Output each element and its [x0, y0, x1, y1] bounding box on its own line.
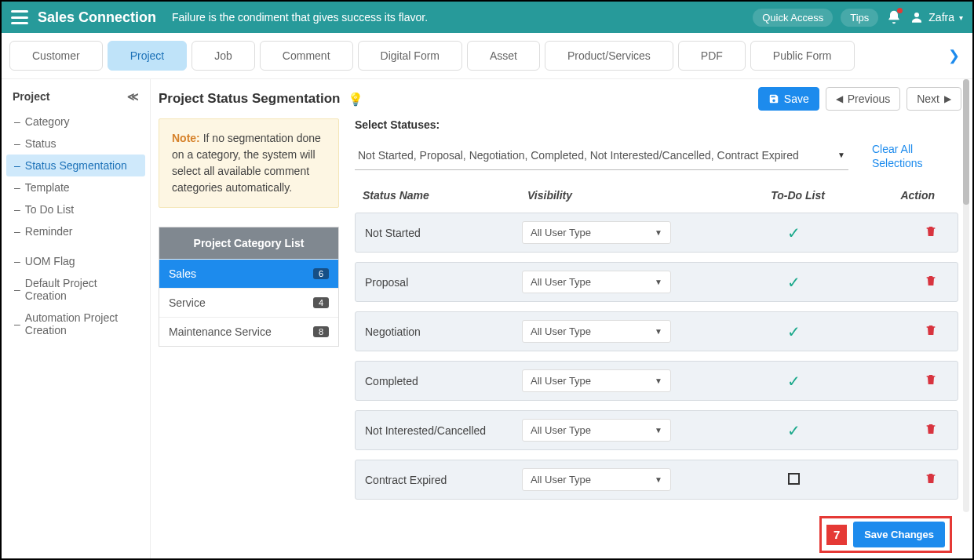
- vertical-scrollbar[interactable]: [963, 79, 969, 512]
- check-icon[interactable]: ✓: [787, 274, 801, 291]
- sidebar-item-default-project-creation[interactable]: –Default Project Creation: [6, 272, 145, 307]
- next-button[interactable]: Next▶: [907, 87, 961, 111]
- info-note: Note: If no segmentation done on a categ…: [159, 118, 339, 208]
- tab-pdf[interactable]: PDF: [678, 41, 746, 71]
- tips-button[interactable]: Tips: [841, 9, 878, 27]
- sidebar-title: Project: [13, 90, 49, 103]
- select-statuses-label: Select Statuses:: [355, 118, 958, 131]
- collapse-sidebar-icon[interactable]: ≪: [127, 90, 139, 103]
- status-row: CompletedAll User Type▼✓: [355, 361, 958, 401]
- trash-icon[interactable]: [925, 327, 937, 340]
- visibility-select[interactable]: All User Type▼: [522, 468, 671, 491]
- module-tabs: CustomerProjectJobCommentDigital FormAss…: [2, 33, 972, 79]
- check-icon[interactable]: ✓: [787, 422, 801, 439]
- save-changes-callout: 7 Save Changes: [819, 516, 952, 553]
- save-icon: [768, 93, 779, 104]
- sidebar-item-status[interactable]: –Status: [6, 133, 145, 155]
- trash-icon[interactable]: [925, 376, 937, 389]
- status-name: Contract Expired: [365, 474, 522, 486]
- select-statuses-dropdown[interactable]: Not Started, Proposal, Negotiation, Comp…: [355, 143, 848, 170]
- motto: Failure is the condiment that gives succ…: [172, 11, 428, 24]
- trash-icon[interactable]: [925, 475, 937, 488]
- topbar: Sales Connection Failure is the condimen…: [2, 2, 972, 33]
- trash-icon[interactable]: [925, 426, 937, 438]
- tab-public-form[interactable]: Public Form: [750, 41, 855, 71]
- chevron-down-icon: ▼: [655, 228, 662, 237]
- status-name: Negotiation: [365, 325, 522, 338]
- tab-digital-form[interactable]: Digital Form: [358, 41, 462, 71]
- main-panel: Project Status Segmentation 💡 Save ◀Prev…: [151, 79, 972, 559]
- tab-job[interactable]: Job: [192, 41, 255, 71]
- status-row: ProposalAll User Type▼✓: [355, 262, 958, 302]
- status-name: Not Interested/Cancelled: [365, 424, 522, 437]
- clear-selections-link[interactable]: Clear All Selections: [872, 142, 958, 170]
- chevron-down-icon: ▼: [655, 475, 662, 484]
- visibility-select[interactable]: All User Type▼: [522, 221, 671, 244]
- notifications-icon[interactable]: [886, 9, 902, 25]
- status-row: Contract ExpiredAll User Type▼: [355, 460, 958, 500]
- tab-customer[interactable]: Customer: [9, 41, 103, 71]
- sidebar-item-reminder[interactable]: –Reminder: [6, 220, 145, 242]
- menu-icon[interactable]: [11, 10, 28, 24]
- sidebar-item-status-segmentation[interactable]: –Status Segmentation: [6, 155, 145, 176]
- brand: Sales Connection: [38, 9, 156, 26]
- user-name: Zafra: [928, 11, 954, 24]
- category-list: Project Category List Sales6Service4Main…: [159, 227, 339, 347]
- sidebar-item-to-do-list[interactable]: –To Do List: [6, 198, 145, 220]
- user-menu[interactable]: Zafra ▾: [910, 10, 963, 24]
- chevron-down-icon: ▼: [655, 426, 662, 435]
- trash-icon[interactable]: [925, 278, 937, 290]
- previous-button[interactable]: ◀Previous: [826, 87, 900, 111]
- tab-project[interactable]: Project: [108, 41, 188, 71]
- visibility-select[interactable]: All User Type▼: [522, 320, 671, 343]
- check-icon[interactable]: ✓: [787, 373, 801, 390]
- status-row: Not StartedAll User Type▼✓: [355, 213, 958, 253]
- avatar-icon: [910, 10, 924, 24]
- chevron-down-icon: ▼: [655, 278, 662, 286]
- save-button[interactable]: Save: [758, 87, 819, 111]
- tab-product-services[interactable]: Product/Services: [545, 41, 673, 71]
- status-table-header: Status Name Visibility To-Do List Action: [355, 184, 958, 213]
- chevron-down-icon: ▼: [837, 151, 845, 159]
- status-row: Not Interested/CancelledAll User Type▼✓: [355, 410, 958, 450]
- chevron-down-icon: ▼: [655, 376, 662, 385]
- caret-down-icon: ▾: [959, 13, 963, 22]
- check-icon[interactable]: ✓: [787, 323, 801, 340]
- visibility-select[interactable]: All User Type▼: [522, 271, 671, 293]
- sidebar: Project ≪ –Category–Status–Status Segmen…: [2, 79, 151, 559]
- status-name: Not Started: [365, 227, 522, 239]
- category-sales[interactable]: Sales6: [159, 259, 338, 288]
- visibility-select[interactable]: All User Type▼: [522, 369, 671, 392]
- chevron-right-icon: ▶: [944, 93, 951, 104]
- category-list-header: Project Category List: [159, 227, 338, 259]
- svg-point-0: [914, 13, 919, 17]
- status-name: Proposal: [365, 276, 522, 289]
- status-row: NegotiationAll User Type▼✓: [355, 311, 958, 351]
- quick-access-button[interactable]: Quick Access: [753, 9, 833, 27]
- tabs-scroll-right[interactable]: ❯: [943, 42, 965, 69]
- check-icon[interactable]: ✓: [787, 224, 801, 242]
- category-maintenance-service[interactable]: Maintenance Service8: [159, 317, 338, 346]
- tab-asset[interactable]: Asset: [467, 41, 540, 71]
- callout-number: 7: [826, 525, 847, 545]
- chevron-left-icon: ◀: [836, 93, 843, 104]
- category-service[interactable]: Service4: [159, 288, 338, 317]
- status-name: Completed: [365, 375, 522, 387]
- trash-icon[interactable]: [925, 228, 937, 241]
- sidebar-item-category[interactable]: –Category: [6, 111, 145, 133]
- sidebar-item-template[interactable]: –Template: [6, 176, 145, 198]
- sidebar-item-uom-flag[interactable]: –UOM Flag: [6, 250, 145, 272]
- visibility-select[interactable]: All User Type▼: [522, 419, 671, 442]
- chevron-down-icon: ▼: [655, 327, 662, 336]
- save-changes-button[interactable]: Save Changes: [853, 522, 945, 547]
- checkbox-empty[interactable]: [788, 473, 800, 485]
- page-title: Project Status Segmentation: [159, 91, 340, 107]
- sidebar-item-automation-project-creation[interactable]: –Automation Project Creation: [6, 307, 145, 341]
- tab-comment[interactable]: Comment: [260, 41, 353, 71]
- lightbulb-icon[interactable]: 💡: [348, 92, 363, 107]
